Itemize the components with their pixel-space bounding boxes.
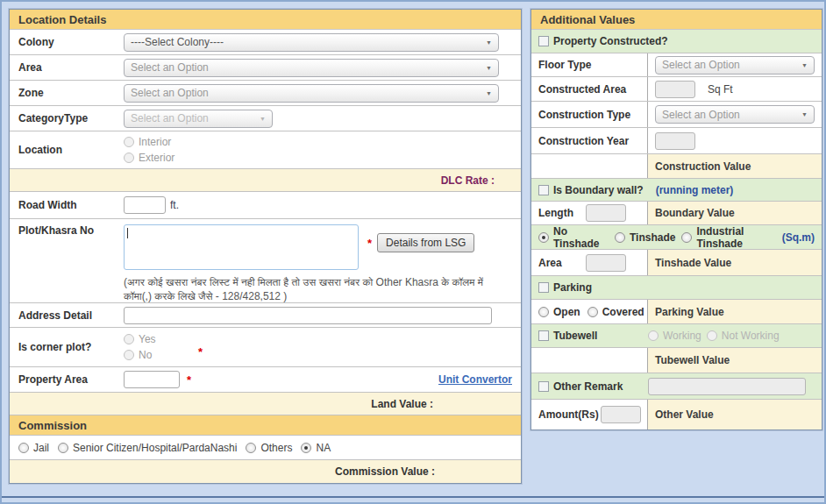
radio-label: Not Working xyxy=(722,330,780,342)
tubewell-value-row: Tubewell Value xyxy=(531,348,822,373)
required-asterisk: * xyxy=(198,345,203,358)
chevron-down-icon: ▼ xyxy=(486,65,492,71)
checkbox-label: Other Remark xyxy=(553,380,623,393)
area-select[interactable]: Select an Option ▼ xyxy=(124,59,499,77)
tubewell-checkbox[interactable]: Tubewell xyxy=(538,330,648,342)
construction-value-row: Construction Value xyxy=(531,154,822,179)
parking-checkbox[interactable]: Parking xyxy=(538,281,592,294)
plot-khasra-textarea[interactable] xyxy=(124,224,359,270)
category-type-select[interactable]: Select an Option ▼ xyxy=(124,110,273,128)
length-input[interactable] xyxy=(586,204,626,222)
radio-option-yes[interactable]: Yes xyxy=(124,333,156,345)
radio-option-exterior[interactable]: Exterior xyxy=(124,152,174,164)
other-remark-checkbox[interactable]: Other Remark xyxy=(538,380,648,393)
zone-row: Zone Select an Option ▼ xyxy=(10,81,521,106)
chevron-down-icon: ▼ xyxy=(801,111,808,117)
floor-type-select[interactable]: Select an Option ▼ xyxy=(655,56,815,75)
colony-select[interactable]: ----Select Colony---- ▼ xyxy=(124,33,499,52)
dlc-rate-label: DLC Rate : xyxy=(441,174,495,187)
floor-type-row: Floor Type Select an Option ▼ xyxy=(531,53,822,77)
radio-option-working[interactable]: Working xyxy=(648,330,701,342)
radio-option-others[interactable]: Others xyxy=(246,442,292,454)
parking-row: Parking xyxy=(531,276,822,300)
zone-select[interactable]: Select an Option ▼ xyxy=(124,84,499,103)
radio-option-na[interactable]: NA xyxy=(301,442,331,454)
radio-icon-checked xyxy=(538,232,549,243)
parking-options-row: Open Covered Parking Value xyxy=(531,300,822,324)
length-label: Length xyxy=(538,207,580,219)
colony-label: Colony xyxy=(10,36,124,48)
colony-row: Colony ----Select Colony---- ▼ xyxy=(10,30,521,55)
radio-option-industrial-tinshade[interactable]: Industrial Tinshade xyxy=(681,225,781,250)
radio-label: Exterior xyxy=(139,152,174,164)
dlc-rate-row: DLC Rate : xyxy=(10,169,521,192)
additional-values-header: Additional Values xyxy=(531,10,822,30)
property-area-row: Property Area * Unit Convertor xyxy=(10,367,521,393)
address-detail-label: Address Detail xyxy=(10,309,124,322)
construction-value-label: Construction Value xyxy=(655,160,751,173)
required-asterisk: * xyxy=(367,237,372,250)
radio-icon xyxy=(124,350,134,360)
radio-option-no[interactable]: No xyxy=(124,349,156,361)
location-row: Location Interior Exterior xyxy=(10,131,521,169)
chevron-down-icon: ▼ xyxy=(486,39,492,46)
other-remark-input[interactable] xyxy=(648,378,806,395)
constructed-area-input[interactable] xyxy=(655,81,695,98)
radio-option-open[interactable]: Open xyxy=(538,306,580,318)
radio-icon xyxy=(246,443,256,453)
property-constructed-checkbox[interactable]: Property Constructed? xyxy=(538,35,668,47)
radio-option-no-tinshade[interactable]: No Tinshade xyxy=(538,225,609,250)
radio-icon xyxy=(587,307,598,317)
property-area-label: Property Area xyxy=(10,373,124,386)
plot-khasra-row: Plot/Khasra No * Details from LSG (अगर क… xyxy=(10,219,521,303)
radio-label: Industrial Tinshade xyxy=(696,225,781,250)
radio-option-senior-citizen[interactable]: Senior Citizen/Hospital/PardaNashi xyxy=(58,442,237,454)
road-width-input[interactable] xyxy=(124,196,166,214)
empty-cell xyxy=(531,348,648,373)
panel-title: Additional Values xyxy=(540,13,635,26)
property-form-page: Location Details Colony ----Select Colon… xyxy=(0,0,826,504)
length-row: Length Boundary Value xyxy=(531,202,822,225)
boundary-value-label: Boundary Value xyxy=(655,207,735,219)
property-constructed-row: Property Constructed? xyxy=(531,30,822,53)
tinshade-options-row: No Tinshade Tinshade Industrial Tinshade… xyxy=(531,225,822,250)
radio-option-jail[interactable]: Jail xyxy=(18,442,49,454)
location-details-panel: Location Details Colony ----Select Colon… xyxy=(9,9,522,484)
category-type-row: CategoryType Select an Option ▼ xyxy=(10,106,521,131)
parking-value-label: Parking Value xyxy=(655,306,724,318)
radio-option-not-working[interactable]: Not Working xyxy=(707,330,780,342)
address-detail-input[interactable] xyxy=(124,307,492,324)
tubewell-row: Tubewell Working Not Working xyxy=(531,324,822,348)
tinshade-area-input[interactable] xyxy=(586,254,626,272)
additional-values-panel: Additional Values Property Constructed? … xyxy=(530,9,822,430)
chevron-down-icon: ▼ xyxy=(260,116,266,122)
property-area-input[interactable] xyxy=(124,371,180,388)
construction-year-input[interactable] xyxy=(655,132,695,150)
radio-option-tinshade[interactable]: Tinshade xyxy=(615,231,675,244)
colony-select-value: ----Select Colony---- xyxy=(131,36,224,48)
amount-input[interactable] xyxy=(601,406,641,423)
radio-label: NA xyxy=(316,442,331,454)
radio-label: Covered xyxy=(602,306,644,318)
details-from-lsg-button[interactable]: Details from LSG xyxy=(377,233,474,252)
zone-select-value: Select an Option xyxy=(131,87,209,99)
radio-icon xyxy=(124,137,134,147)
required-asterisk: * xyxy=(187,373,191,387)
commission-title: Commission xyxy=(18,419,87,432)
construction-year-row: Construction Year xyxy=(531,128,822,154)
radio-label: Yes xyxy=(139,333,156,345)
checkbox-icon xyxy=(538,381,549,392)
checkbox-icon xyxy=(538,282,549,293)
construction-type-select[interactable]: Select an Option ▼ xyxy=(655,105,815,124)
tubewell-value-label: Tubewell Value xyxy=(655,354,730,366)
construction-type-label: Construction Type xyxy=(538,109,630,121)
radio-option-covered[interactable]: Covered xyxy=(587,306,644,318)
radio-option-interior[interactable]: Interior xyxy=(124,136,174,148)
radio-icon xyxy=(707,330,717,341)
radio-label: Interior xyxy=(139,136,171,148)
construction-type-row: Construction Type Select an Option ▼ xyxy=(531,102,822,128)
boundary-wall-checkbox[interactable]: Is Boundary wall? xyxy=(538,184,644,196)
checkbox-icon xyxy=(538,36,549,46)
commission-options-row: Jail Senior Citizen/Hospital/PardaNashi … xyxy=(10,436,521,460)
unit-convertor-link[interactable]: Unit Convertor xyxy=(438,373,512,386)
